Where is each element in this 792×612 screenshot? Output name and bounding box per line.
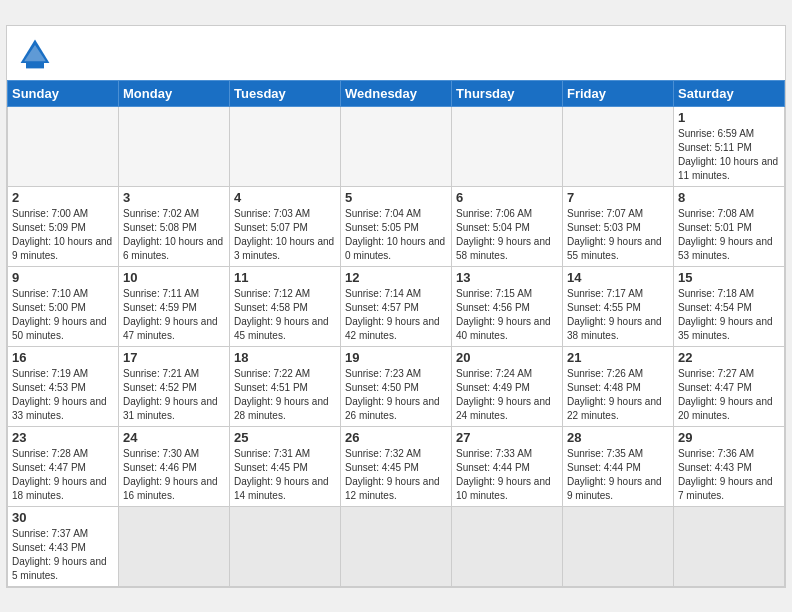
day-number: 20 [456,350,558,365]
day-number: 8 [678,190,780,205]
day-number: 16 [12,350,114,365]
day-number: 10 [123,270,225,285]
day-number: 3 [123,190,225,205]
day-header-friday: Friday [563,80,674,106]
days-header-row: SundayMondayTuesdayWednesdayThursdayFrid… [8,80,785,106]
calendar-cell [230,106,341,186]
day-info: Sunrise: 7:32 AM Sunset: 4:45 PM Dayligh… [345,447,447,503]
week-row-2: 9Sunrise: 7:10 AM Sunset: 5:00 PM Daylig… [8,266,785,346]
calendar-cell: 4Sunrise: 7:03 AM Sunset: 5:07 PM Daylig… [230,186,341,266]
calendar-cell: 30Sunrise: 7:37 AM Sunset: 4:43 PM Dayli… [8,506,119,586]
calendar-cell: 21Sunrise: 7:26 AM Sunset: 4:48 PM Dayli… [563,346,674,426]
svg-rect-2 [26,63,44,68]
calendar-cell [452,106,563,186]
calendar-cell: 10Sunrise: 7:11 AM Sunset: 4:59 PM Dayli… [119,266,230,346]
calendar-cell: 20Sunrise: 7:24 AM Sunset: 4:49 PM Dayli… [452,346,563,426]
day-header-thursday: Thursday [452,80,563,106]
day-number: 11 [234,270,336,285]
calendar-cell: 17Sunrise: 7:21 AM Sunset: 4:52 PM Dayli… [119,346,230,426]
day-header-saturday: Saturday [674,80,785,106]
calendar-cell: 9Sunrise: 7:10 AM Sunset: 5:00 PM Daylig… [8,266,119,346]
week-row-3: 16Sunrise: 7:19 AM Sunset: 4:53 PM Dayli… [8,346,785,426]
calendar-header [7,26,785,80]
day-number: 2 [12,190,114,205]
calendar-cell: 22Sunrise: 7:27 AM Sunset: 4:47 PM Dayli… [674,346,785,426]
calendar-cell: 14Sunrise: 7:17 AM Sunset: 4:55 PM Dayli… [563,266,674,346]
calendar-table: SundayMondayTuesdayWednesdayThursdayFrid… [7,80,785,587]
calendar-cell [563,106,674,186]
calendar-cell: 27Sunrise: 7:33 AM Sunset: 4:44 PM Dayli… [452,426,563,506]
calendar-cell [674,506,785,586]
day-info: Sunrise: 7:18 AM Sunset: 4:54 PM Dayligh… [678,287,780,343]
day-number: 7 [567,190,669,205]
day-info: Sunrise: 7:30 AM Sunset: 4:46 PM Dayligh… [123,447,225,503]
week-row-1: 2Sunrise: 7:00 AM Sunset: 5:09 PM Daylig… [8,186,785,266]
day-info: Sunrise: 7:35 AM Sunset: 4:44 PM Dayligh… [567,447,669,503]
day-number: 22 [678,350,780,365]
logo [17,36,59,72]
day-number: 27 [456,430,558,445]
day-number: 1 [678,110,780,125]
day-info: Sunrise: 7:37 AM Sunset: 4:43 PM Dayligh… [12,527,114,583]
calendar-container: SundayMondayTuesdayWednesdayThursdayFrid… [6,25,786,588]
week-row-0: 1Sunrise: 6:59 AM Sunset: 5:11 PM Daylig… [8,106,785,186]
calendar-cell: 12Sunrise: 7:14 AM Sunset: 4:57 PM Dayli… [341,266,452,346]
calendar-cell [452,506,563,586]
day-info: Sunrise: 7:12 AM Sunset: 4:58 PM Dayligh… [234,287,336,343]
calendar-cell [119,506,230,586]
day-info: Sunrise: 7:00 AM Sunset: 5:09 PM Dayligh… [12,207,114,263]
day-info: Sunrise: 7:28 AM Sunset: 4:47 PM Dayligh… [12,447,114,503]
day-info: Sunrise: 7:36 AM Sunset: 4:43 PM Dayligh… [678,447,780,503]
day-info: Sunrise: 7:10 AM Sunset: 5:00 PM Dayligh… [12,287,114,343]
day-info: Sunrise: 7:04 AM Sunset: 5:05 PM Dayligh… [345,207,447,263]
day-info: Sunrise: 7:33 AM Sunset: 4:44 PM Dayligh… [456,447,558,503]
day-info: Sunrise: 7:26 AM Sunset: 4:48 PM Dayligh… [567,367,669,423]
day-number: 28 [567,430,669,445]
day-number: 6 [456,190,558,205]
calendar-cell: 26Sunrise: 7:32 AM Sunset: 4:45 PM Dayli… [341,426,452,506]
calendar-cell: 15Sunrise: 7:18 AM Sunset: 4:54 PM Dayli… [674,266,785,346]
day-number: 21 [567,350,669,365]
day-number: 26 [345,430,447,445]
calendar-cell [563,506,674,586]
day-number: 29 [678,430,780,445]
logo-icon [17,36,53,72]
day-info: Sunrise: 7:11 AM Sunset: 4:59 PM Dayligh… [123,287,225,343]
day-header-wednesday: Wednesday [341,80,452,106]
calendar-cell: 24Sunrise: 7:30 AM Sunset: 4:46 PM Dayli… [119,426,230,506]
day-info: Sunrise: 6:59 AM Sunset: 5:11 PM Dayligh… [678,127,780,183]
day-info: Sunrise: 7:19 AM Sunset: 4:53 PM Dayligh… [12,367,114,423]
calendar-cell: 11Sunrise: 7:12 AM Sunset: 4:58 PM Dayli… [230,266,341,346]
day-info: Sunrise: 7:03 AM Sunset: 5:07 PM Dayligh… [234,207,336,263]
calendar-cell: 25Sunrise: 7:31 AM Sunset: 4:45 PM Dayli… [230,426,341,506]
calendar-cell: 8Sunrise: 7:08 AM Sunset: 5:01 PM Daylig… [674,186,785,266]
calendar-cell: 13Sunrise: 7:15 AM Sunset: 4:56 PM Dayli… [452,266,563,346]
day-info: Sunrise: 7:21 AM Sunset: 4:52 PM Dayligh… [123,367,225,423]
calendar-cell: 2Sunrise: 7:00 AM Sunset: 5:09 PM Daylig… [8,186,119,266]
day-number: 17 [123,350,225,365]
day-info: Sunrise: 7:24 AM Sunset: 4:49 PM Dayligh… [456,367,558,423]
day-number: 4 [234,190,336,205]
calendar-cell: 3Sunrise: 7:02 AM Sunset: 5:08 PM Daylig… [119,186,230,266]
week-row-4: 23Sunrise: 7:28 AM Sunset: 4:47 PM Dayli… [8,426,785,506]
day-header-monday: Monday [119,80,230,106]
calendar-cell [230,506,341,586]
calendar-cell [8,106,119,186]
day-info: Sunrise: 7:08 AM Sunset: 5:01 PM Dayligh… [678,207,780,263]
calendar-cell: 5Sunrise: 7:04 AM Sunset: 5:05 PM Daylig… [341,186,452,266]
calendar-cell: 28Sunrise: 7:35 AM Sunset: 4:44 PM Dayli… [563,426,674,506]
calendar-cell: 23Sunrise: 7:28 AM Sunset: 4:47 PM Dayli… [8,426,119,506]
calendar-cell: 16Sunrise: 7:19 AM Sunset: 4:53 PM Dayli… [8,346,119,426]
day-info: Sunrise: 7:14 AM Sunset: 4:57 PM Dayligh… [345,287,447,343]
calendar-cell: 1Sunrise: 6:59 AM Sunset: 5:11 PM Daylig… [674,106,785,186]
day-info: Sunrise: 7:02 AM Sunset: 5:08 PM Dayligh… [123,207,225,263]
day-info: Sunrise: 7:06 AM Sunset: 5:04 PM Dayligh… [456,207,558,263]
day-number: 25 [234,430,336,445]
day-info: Sunrise: 7:23 AM Sunset: 4:50 PM Dayligh… [345,367,447,423]
day-number: 19 [345,350,447,365]
day-number: 15 [678,270,780,285]
day-number: 23 [12,430,114,445]
day-info: Sunrise: 7:27 AM Sunset: 4:47 PM Dayligh… [678,367,780,423]
calendar-cell: 7Sunrise: 7:07 AM Sunset: 5:03 PM Daylig… [563,186,674,266]
day-info: Sunrise: 7:31 AM Sunset: 4:45 PM Dayligh… [234,447,336,503]
